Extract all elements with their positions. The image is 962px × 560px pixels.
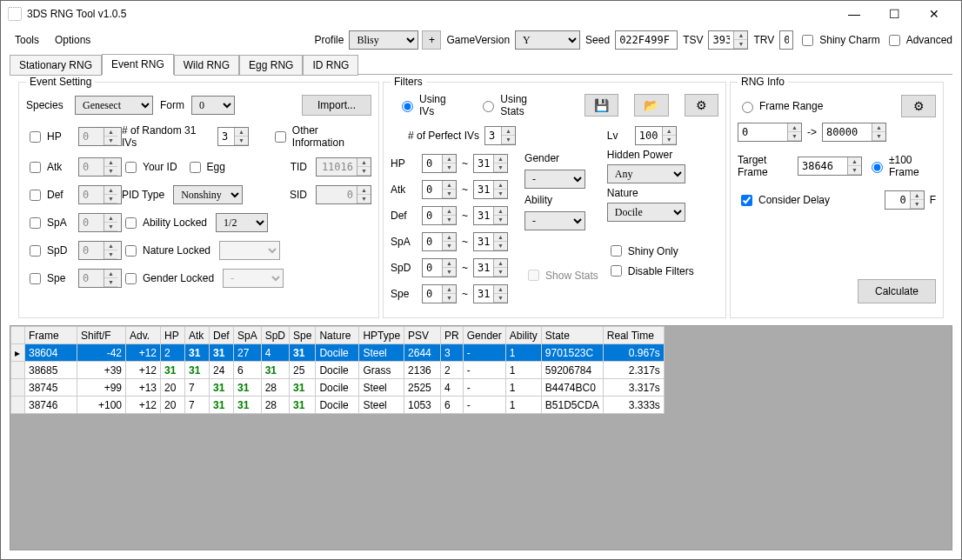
genderlocked-checkbox[interactable]: Gender Locked bbox=[122, 270, 214, 287]
calculate-button[interactable]: Calculate bbox=[858, 279, 936, 303]
profile-select[interactable]: Blisy bbox=[349, 30, 418, 50]
col-header[interactable]: HP bbox=[161, 327, 185, 344]
showstats-checkbox: Show Stats bbox=[524, 267, 598, 283]
ability-select[interactable]: 1/2 bbox=[216, 213, 268, 232]
open-icon[interactable]: 📂 bbox=[634, 94, 668, 117]
pm100-radio[interactable]: ±100 Frame bbox=[867, 154, 936, 178]
col-header[interactable]: SpD bbox=[261, 327, 289, 344]
tab-stationary[interactable]: Stationary RNG bbox=[10, 55, 102, 76]
shinyonly-checkbox[interactable]: Shiny Only bbox=[607, 243, 694, 259]
abilitylocked-checkbox[interactable]: Ability Locked bbox=[122, 215, 207, 231]
col-header[interactable]: HPType bbox=[359, 327, 404, 344]
menu-options[interactable]: Options bbox=[50, 30, 96, 50]
col-header[interactable]: Nature bbox=[316, 327, 359, 344]
col-header[interactable]: Ability bbox=[505, 327, 541, 344]
col-header[interactable]: Shift/F bbox=[77, 327, 126, 344]
hiddenpower-select[interactable]: Any bbox=[607, 164, 685, 183]
tsv-spinner[interactable]: ▲▼ bbox=[708, 30, 748, 50]
gameversion-select[interactable]: Y bbox=[515, 30, 580, 50]
usingstats-radio[interactable]: Using Stats bbox=[478, 93, 552, 117]
col-header[interactable]: Adv. bbox=[126, 327, 161, 344]
tab-wild[interactable]: Wild RNG bbox=[174, 55, 239, 76]
shinycharm-checkbox[interactable]: Shiny Charm bbox=[798, 32, 879, 49]
sid-spinner[interactable]: ▲▼ bbox=[316, 185, 371, 204]
filters-group: Filters Using IVs Using Stats 💾 📂 ⚙ # of… bbox=[383, 82, 726, 318]
spa-checkbox[interactable]: SpA bbox=[26, 215, 78, 231]
tsv-label: TSV bbox=[683, 34, 703, 46]
tid-spinner[interactable]: ▲▼ bbox=[316, 157, 371, 177]
naturelocked-checkbox[interactable]: Nature Locked bbox=[122, 243, 210, 259]
trv-label: TRV bbox=[753, 34, 774, 46]
import-button[interactable]: Import... bbox=[302, 95, 371, 116]
col-header[interactable]: PR bbox=[441, 327, 464, 344]
tab-id[interactable]: ID RNG bbox=[303, 55, 358, 76]
seed-input[interactable] bbox=[615, 30, 678, 50]
col-header[interactable]: Spe bbox=[290, 327, 316, 344]
gender-select[interactable]: - bbox=[223, 269, 284, 288]
window-title: 3DS RNG Tool v1.0.5 bbox=[27, 8, 834, 20]
tab-event[interactable]: Event RNG bbox=[102, 54, 174, 75]
col-header[interactable] bbox=[11, 327, 25, 344]
nature-select[interactable] bbox=[219, 241, 280, 260]
filter-gender-select[interactable]: - bbox=[524, 170, 585, 189]
rnginfo-group: RNG Info Frame Range ⚙ ▲▼ -> ▲▼ Target F… bbox=[730, 82, 944, 318]
disablefilters-checkbox[interactable]: Disable Filters bbox=[607, 263, 694, 279]
hp-checkbox[interactable]: HP bbox=[26, 129, 78, 145]
pidtype-select[interactable]: Nonshiny bbox=[173, 185, 243, 204]
delay-spinner[interactable]: ▲▼ bbox=[885, 190, 925, 210]
save-icon[interactable]: 💾 bbox=[585, 94, 618, 117]
filter-nature-select[interactable]: Docile bbox=[607, 203, 685, 222]
menu-tools[interactable]: Tools bbox=[10, 30, 44, 50]
profile-label: Profile bbox=[314, 34, 344, 46]
table-row[interactable]: 38745+99+1320731312831DocileSteel25254-1… bbox=[11, 379, 665, 397]
advanced-checkbox[interactable]: Advanced bbox=[885, 32, 952, 49]
col-header[interactable]: State bbox=[541, 327, 603, 344]
seed-label: Seed bbox=[585, 34, 610, 46]
considerdelay-checkbox[interactable]: Consider Delay bbox=[738, 192, 830, 209]
tab-egg[interactable]: Egg RNG bbox=[239, 55, 303, 76]
table-row[interactable]: 38685+39+1231312463125DocileGrass21362-1… bbox=[11, 362, 665, 379]
col-header[interactable]: Gender bbox=[463, 327, 505, 344]
filter-ability-select[interactable]: - bbox=[524, 211, 585, 230]
profile-add-button[interactable]: + bbox=[422, 30, 441, 50]
range-to-spinner[interactable]: ▲▼ bbox=[822, 123, 886, 142]
titlebar: 3DS RNG Tool v1.0.5 — ☐ ✕ bbox=[1, 1, 961, 27]
app-icon bbox=[8, 7, 22, 21]
col-header[interactable]: Real Time bbox=[603, 327, 664, 344]
close-button[interactable]: ✕ bbox=[914, 1, 954, 27]
spe-checkbox[interactable]: Spe bbox=[26, 270, 78, 287]
trv-input[interactable] bbox=[779, 30, 793, 50]
egg-checkbox[interactable]: Egg bbox=[186, 159, 225, 176]
def-checkbox[interactable]: Def bbox=[26, 187, 78, 203]
col-header[interactable]: Def bbox=[210, 327, 234, 344]
otherinfo-checkbox[interactable]: Other Information bbox=[271, 124, 371, 149]
yourid-checkbox[interactable]: Your ID bbox=[122, 159, 177, 176]
results-grid[interactable]: FrameShift/FAdv.HPAtkDefSpASpDSpeNatureH… bbox=[10, 325, 952, 550]
minimize-button[interactable]: — bbox=[834, 1, 874, 27]
spd-checkbox[interactable]: SpD bbox=[26, 243, 78, 259]
maximize-button[interactable]: ☐ bbox=[874, 1, 914, 27]
col-header[interactable]: Atk bbox=[185, 327, 210, 344]
event-setting-group: Event Setting Species Genesect Form 0 Im… bbox=[18, 82, 379, 318]
rng-settings-icon[interactable]: ⚙ bbox=[901, 95, 936, 117]
hp-spinner[interactable]: ▲▼ bbox=[78, 127, 122, 146]
perfectivs-spinner[interactable]: ▲▼ bbox=[484, 126, 516, 145]
col-header[interactable]: Frame bbox=[25, 327, 77, 344]
range-from-spinner[interactable]: ▲▼ bbox=[738, 123, 802, 142]
col-header[interactable]: PSV bbox=[404, 327, 441, 344]
settings-icon[interactable]: ⚙ bbox=[685, 94, 718, 117]
form-select[interactable]: 0 bbox=[191, 96, 235, 115]
targetframe-spinner[interactable]: ▲▼ bbox=[798, 157, 862, 176]
lv-spinner[interactable]: ▲▼ bbox=[635, 126, 677, 145]
table-row[interactable]: 38746+100+1220731312831DocileSteel10536-… bbox=[11, 397, 665, 414]
framerange-radio[interactable]: Frame Range bbox=[738, 99, 823, 113]
usingivs-radio[interactable]: Using IVs bbox=[397, 93, 463, 117]
species-select[interactable]: Genesect bbox=[75, 96, 153, 115]
rand31-spinner[interactable]: ▲▼ bbox=[217, 127, 249, 146]
col-header[interactable]: SpA bbox=[234, 327, 262, 344]
gameversion-label: GameVersion bbox=[446, 34, 510, 46]
atk-checkbox[interactable]: Atk bbox=[26, 159, 78, 176]
table-row[interactable]: ▸38604-42+122313127431DocileSteel26443-1… bbox=[11, 344, 665, 362]
